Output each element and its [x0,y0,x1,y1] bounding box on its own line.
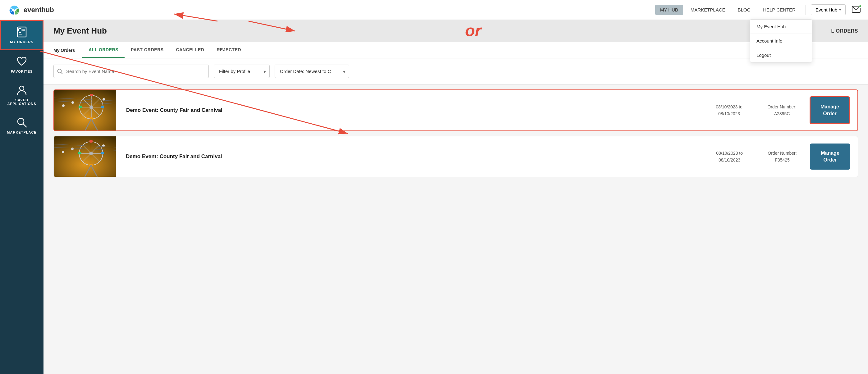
dropdown-account-info[interactable]: Account Info [750,34,812,48]
person-icon [16,85,27,96]
nav-links: MY HUB MARKETPLACE BLOG HELP CENTER Even… [655,4,861,15]
svg-rect-20 [90,94,93,96]
logo-area: eventhub [7,3,655,17]
page-header: My Event Hub L ORDERS [43,20,868,42]
tab-past-orders[interactable]: PAST ORDERS [125,42,170,58]
search-wrap [54,65,209,78]
svg-rect-6 [22,30,25,31]
sidebar-item-favorites[interactable]: FAVORITES [0,50,43,79]
sidebar-marketplace-label: MARKETPLACE [7,130,36,134]
manage-order-button-2[interactable]: ManageOrder [810,144,850,170]
account-dropdown-menu: My Event Hub Account Info Logout [750,19,812,62]
order-dates-1: 08/10/2023 to 08/10/2023 [709,103,749,117]
account-label: Event Hub [815,7,837,12]
svg-rect-13 [54,90,116,130]
order-image-1 [54,90,116,130]
order-date-wrap: Order Date: Newest to C [275,65,349,78]
svg-rect-40 [101,152,104,154]
svg-rect-32 [54,136,116,177]
svg-rect-21 [101,105,104,108]
orders-section-title: My Orders [54,43,75,58]
search-icon [16,117,27,128]
dropdown-my-event-hub[interactable]: My Event Hub [750,20,812,34]
nav-marketplace[interactable]: MARKETPLACE [686,5,731,15]
chevron-down-icon: ▾ [839,8,841,12]
svg-point-7 [20,86,24,90]
orders-icon [16,26,27,38]
order-info-2: Demo Event: County Fair and Carnival [116,146,697,167]
ferris-wheel-svg-2 [54,136,116,177]
order-image-2 [54,136,116,177]
logo-text: eventhub [24,6,54,14]
sidebar-item-marketplace[interactable]: MARKETPLACE [0,111,43,140]
order-event-name-1: Demo Event: County Fair and Carnival [126,107,222,113]
manage-order-button-1[interactable]: ManageOrder [810,96,850,125]
svg-rect-39 [90,140,93,143]
svg-rect-23 [79,105,82,108]
sidebar-my-orders-label: MY ORDERS [10,40,33,44]
order-event-name-2: Demo Event: County Fair and Carnival [126,153,222,159]
filter-profile-wrap: Filter by Profile [214,65,270,78]
search-input-icon [57,69,63,74]
tab-cancelled[interactable]: CANCELLED [170,42,211,58]
logo-icon [7,3,21,17]
orders-tabs-row: My Orders ALL ORDERS PAST ORDERS CANCELL… [43,42,868,58]
header-right-label: L ORDERS [831,28,858,34]
top-navigation: eventhub MY HUB MARKETPLACE BLOG HELP CE… [0,0,868,20]
account-dropdown[interactable]: Event Hub ▾ [811,4,846,15]
page-layout: MY ORDERS FAVORITES SAVED APPLICATIONS [0,20,868,374]
svg-point-8 [18,118,24,125]
order-card-2: Demo Event: County Fair and Carnival 08/… [54,136,858,177]
order-number-1: Order Number: A2895C [762,103,802,117]
svg-point-27 [62,104,65,107]
sidebar-item-saved-applications[interactable]: SAVED APPLICATIONS [0,79,43,111]
dropdown-logout[interactable]: Logout [750,48,812,62]
order-date-select[interactable]: Order Date: Newest to C [275,65,349,78]
sidebar-item-my-orders[interactable]: MY ORDERS [0,20,43,50]
svg-rect-4 [19,34,22,34]
sidebar-favorites-label: FAVORITES [11,70,33,73]
order-card-1: Demo Event: County Fair and Carnival 08/… [54,90,858,131]
orders-list: Demo Event: County Fair and Carnival 08/… [43,85,868,187]
main-content: My Event Hub L ORDERS My Orders ALL ORDE… [43,20,868,374]
svg-point-45 [71,148,74,150]
svg-line-11 [61,72,62,74]
order-info-1: Demo Event: County Fair and Carnival [116,100,696,121]
filter-row: Filter by Profile Order Date: Newest to … [43,58,868,85]
svg-rect-2 [19,29,21,31]
order-number-2: Order Number: F35425 [762,150,802,164]
tab-rejected[interactable]: REJECTED [210,42,247,58]
svg-rect-42 [78,152,82,154]
tab-all-orders[interactable]: ALL ORDERS [82,42,125,58]
filter-profile-select[interactable]: Filter by Profile [214,65,270,78]
sidebar: MY ORDERS FAVORITES SAVED APPLICATIONS [0,20,43,374]
ferris-wheel-svg-1 [54,90,116,130]
mail-icon-button[interactable] [852,6,861,14]
svg-point-46 [62,151,64,153]
order-dates-2: 08/10/2023 to 08/10/2023 [709,150,750,164]
svg-line-9 [23,124,26,127]
sidebar-saved-applications-label: SAVED APPLICATIONS [2,98,41,105]
svg-rect-5 [22,29,25,30]
nav-my-hub[interactable]: MY HUB [655,5,683,15]
svg-rect-3 [19,32,21,33]
heart-icon [16,56,27,67]
nav-divider [806,5,806,15]
nav-help-center[interactable]: HELP CENTER [758,5,801,15]
search-input[interactable] [54,65,209,78]
svg-point-26 [71,101,74,104]
page-title: My Event Hub [54,26,107,36]
mail-notification-badge [859,5,862,8]
nav-blog[interactable]: BLOG [733,5,756,15]
